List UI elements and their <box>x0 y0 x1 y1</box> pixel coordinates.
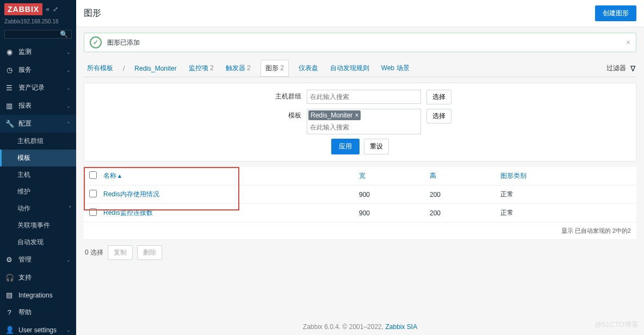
chart-icon: ▥ <box>5 102 13 110</box>
server-label: Zabbix192.168.250.18 <box>0 18 76 28</box>
clock-icon: ◷ <box>5 66 13 74</box>
sub-maintenance[interactable]: 维护 <box>0 183 76 200</box>
copy-button[interactable]: 复制 <box>108 245 133 260</box>
chevron-down-icon: ⌄ <box>66 327 71 333</box>
global-search[interactable]: 🔍 <box>4 30 72 39</box>
selection-count: 0 选择 <box>85 248 103 257</box>
page-title: 图形 <box>84 8 595 19</box>
sub-discovery[interactable]: 自动发现 <box>0 234 76 251</box>
template-field[interactable] <box>308 122 419 133</box>
close-icon[interactable]: × <box>626 38 630 47</box>
nav-service[interactable]: ◷服务⌄ <box>0 61 76 79</box>
page-footer: Zabbix 6.0.4. © 2001–2022, Zabbix SIA <box>76 319 644 335</box>
remove-tag-icon[interactable]: × <box>355 111 358 119</box>
template-label: 模板 <box>269 109 301 120</box>
cell-type: 正常 <box>500 190 631 199</box>
tab-items[interactable]: 监控项 2 <box>187 60 216 76</box>
nav-help[interactable]: ?帮助 <box>0 303 76 321</box>
nav-monitor[interactable]: ◉监测⌄ <box>0 43 76 61</box>
sub-hosts[interactable]: 主机 <box>0 166 76 183</box>
graph-link[interactable]: Redis监控连接数 <box>103 209 153 216</box>
template-select-button[interactable]: 选择 <box>426 109 451 123</box>
nav-user[interactable]: 👤User settings⌄ <box>0 321 76 335</box>
table-row: Redis监控连接数 900 200 正常 <box>84 204 636 222</box>
list-icon: ☰ <box>5 84 13 92</box>
check-icon: ✓ <box>90 36 102 48</box>
cell-width: 900 <box>359 209 430 217</box>
template-tag: Redis_Moniter× <box>308 110 361 120</box>
cell-height: 200 <box>430 209 500 217</box>
nav-inventory[interactable]: ☰资产记录⌄ <box>0 79 76 97</box>
content: ✓ 图形已添加 × 所有模板 / Redis_Moniter 监控项 2 触发器… <box>76 27 644 319</box>
eye-icon: ◉ <box>5 48 13 56</box>
col-name[interactable]: 名称 ▴ <box>103 172 121 179</box>
template-input[interactable]: Redis_Moniter× <box>307 109 421 134</box>
row-checkbox[interactable] <box>89 190 97 197</box>
table-header: 名称 ▴ 宽 高 图形类别 <box>84 167 636 185</box>
chevron-up-icon: ⌃ <box>66 121 71 127</box>
col-type[interactable]: 图形类别 <box>500 172 527 179</box>
logo-row: ZABBIX « ⤢ <box>0 0 76 18</box>
bc-template[interactable]: Redis_Moniter <box>132 61 178 76</box>
search-icon: 🔍 <box>60 30 68 38</box>
select-all-checkbox[interactable] <box>89 171 97 179</box>
create-graph-button[interactable]: 创建图形 <box>595 5 636 21</box>
question-icon: ? <box>5 308 13 317</box>
selection-bar: 0 选择 复制 删除 <box>84 240 636 265</box>
user-icon: 👤 <box>5 326 13 334</box>
chevron-down-icon: ⌄ <box>66 49 71 55</box>
headset-icon: 🎧 <box>5 274 13 282</box>
filter-label[interactable]: 过滤器 <box>606 64 626 73</box>
expand-icon[interactable]: ⤢ <box>53 5 58 13</box>
sub-templates[interactable]: 模板 <box>0 150 76 166</box>
reset-button[interactable]: 重设 <box>364 139 389 154</box>
filter-icon[interactable]: ∇ <box>630 64 635 73</box>
tab-web[interactable]: Web 场景 <box>379 60 412 76</box>
tab-discovery[interactable]: 自动发现规则 <box>328 60 371 76</box>
sub-hostgroups[interactable]: 主机群组 <box>0 133 76 150</box>
gear-icon: ⚙ <box>5 256 13 264</box>
cell-height: 200 <box>430 191 500 198</box>
nav-support[interactable]: 🎧支持 <box>0 269 76 287</box>
nav-reports[interactable]: ▥报表⌄ <box>0 97 76 115</box>
collapse-icon[interactable]: « <box>46 5 49 13</box>
hostgroup-label: 主机群组 <box>269 90 301 101</box>
chevron-down-icon: ⌄ <box>66 103 71 109</box>
main-area: 图形 创建图形 ✓ 图形已添加 × 所有模板 / Redis_Moniter 监… <box>76 0 644 335</box>
sub-tabs: 所有模板 / Redis_Moniter 监控项 2 触发器 2 图形 2 仪表… <box>84 58 636 77</box>
filter-panel: 主机群组 选择 模板 Redis_Moniter× 选择 <box>84 83 636 162</box>
col-width[interactable]: 宽 <box>359 172 366 179</box>
sub-correlation[interactable]: 关联项事件 <box>0 217 76 234</box>
chevron-down-icon: ⌄ <box>66 67 71 73</box>
tab-graphs[interactable]: 图形 2 <box>261 60 289 77</box>
hostgroup-input[interactable] <box>307 90 421 104</box>
tab-triggers[interactable]: 触发器 2 <box>224 60 253 76</box>
graphs-table: 名称 ▴ 宽 高 图形类别 Redis内存使用情况 900 200 正常 Red… <box>84 167 636 240</box>
nav-config[interactable]: 🔧配置⌃ <box>0 115 76 133</box>
chevron-down-icon: ⌄ <box>66 85 71 91</box>
bc-all-templates[interactable]: 所有模板 <box>85 60 115 76</box>
nav-integrations[interactable]: ▨Integrations <box>0 287 76 303</box>
logo: ZABBIX <box>4 3 42 15</box>
graph-link[interactable]: Redis内存使用情况 <box>103 190 159 198</box>
tab-dashboards[interactable]: 仪表盘 <box>296 60 320 76</box>
hostgroup-select-button[interactable]: 选择 <box>426 90 451 104</box>
col-height[interactable]: 高 <box>430 172 436 179</box>
table-footer: 显示 已自动发现的 2中的2 <box>84 222 636 240</box>
watermark: @51CTO博客 <box>595 320 639 330</box>
z-icon: ▨ <box>5 291 13 299</box>
wrench-icon: 🔧 <box>5 120 13 128</box>
sidebar: ZABBIX « ⤢ Zabbix192.168.250.18 🔍 ◉监测⌄ ◷… <box>0 0 76 335</box>
success-message: ✓ 图形已添加 × <box>84 33 636 52</box>
row-checkbox[interactable] <box>89 208 97 216</box>
apply-button[interactable]: 应用 <box>331 139 360 154</box>
table-row: Redis内存使用情况 900 200 正常 <box>84 185 636 204</box>
sub-actions[interactable]: 动作› <box>0 200 76 217</box>
cell-type: 正常 <box>500 208 631 218</box>
vendor-link[interactable]: Zabbix SIA <box>385 323 417 331</box>
nav-admin[interactable]: ⚙管理⌄ <box>0 251 76 269</box>
message-text: 图形已添加 <box>107 38 140 47</box>
delete-button[interactable]: 删除 <box>137 245 162 260</box>
hostgroup-field[interactable] <box>308 91 419 102</box>
sort-asc-icon: ▴ <box>118 172 121 179</box>
